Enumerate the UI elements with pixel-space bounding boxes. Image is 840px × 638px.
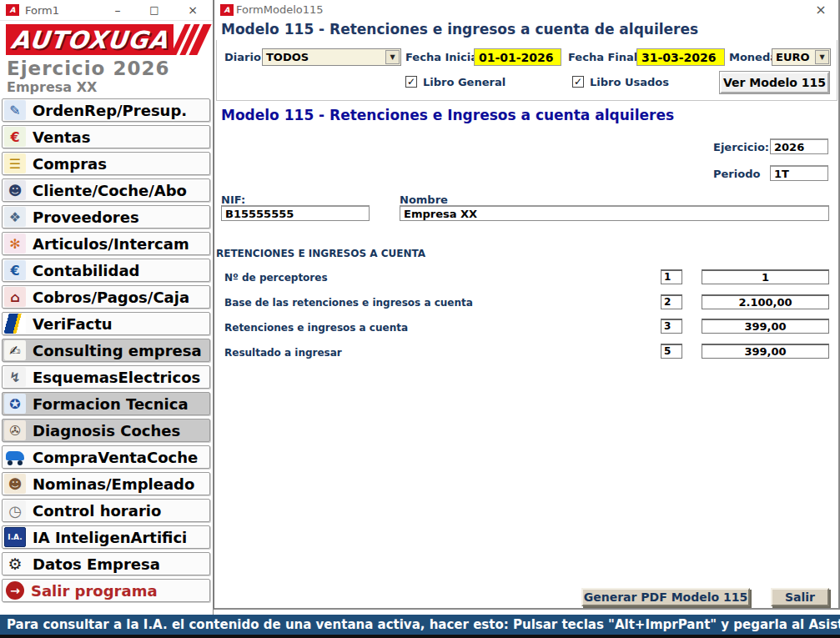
row-label-base: Base de las retenciones e ingresos a cue…: [224, 297, 473, 309]
nombre-field[interactable]: Empresa XX: [400, 205, 829, 221]
sidebar-item-verifactu[interactable]: VeriFactu: [2, 312, 210, 335]
sidebar-item-label: CompraVentaCoche: [33, 449, 198, 466]
left-titlebar: A Form1 – □ ×: [0, 0, 213, 21]
sidebar-item-label: Articulos/Intercam: [33, 235, 189, 253]
sidebar-item-control-horario[interactable]: ◷ Control horario: [2, 499, 210, 522]
chevron-down-icon[interactable]: ▼: [815, 50, 829, 64]
libro-general-checkbox[interactable]: ✓: [405, 76, 417, 88]
sidebar-item-ordenrep-presup[interactable]: ✎ OrdenRep/Presup.: [2, 98, 210, 122]
gear-icon: ⚙: [4, 554, 26, 574]
sidebar-item-compraventa-coches[interactable]: CompraVentaCoche: [2, 445, 210, 469]
fecha-inicial-field[interactable]: 01-01-2026: [474, 48, 561, 66]
salir-button[interactable]: Salir: [771, 588, 829, 606]
status-bar-text: Para consultar a la I.A. el contenido de…: [0, 617, 840, 632]
sidebar-item-label: Ventas: [33, 128, 90, 146]
moneda-dropdown[interactable]: EURO ▼: [772, 48, 831, 66]
close-button[interactable]: ×: [185, 3, 200, 18]
maximize-button[interactable]: □: [147, 3, 162, 18]
purchases-icon: ☰: [4, 153, 26, 173]
row-value-retenciones[interactable]: 399,00: [702, 319, 829, 334]
sidebar-item-label: Cliente/Coche/Abo: [33, 182, 187, 199]
autoxuga-logo: AUTOXUGA: [6, 24, 174, 55]
car-diagnosis-icon: ✇: [4, 420, 26, 440]
diario-dropdown[interactable]: TODOS ▼: [262, 48, 401, 66]
exit-icon: →: [6, 581, 24, 600]
sidebar-item-cobros-pagos-caja[interactable]: ⌂ Cobros/Pagos/Caja: [2, 285, 210, 309]
suppliers-truck-icon: ❖: [4, 207, 26, 227]
sidebar-item-label: Compras: [33, 155, 107, 173]
chevron-down-icon[interactable]: ▼: [385, 50, 400, 64]
ver-modelo-115-button[interactable]: Ver Modelo 115: [720, 72, 829, 93]
accounting-euro-icon: €: [4, 260, 26, 280]
sidebar-item-consulting-empresa[interactable]: ✍ Consulting empresa: [2, 339, 210, 362]
row-value-base[interactable]: 2.100,00: [702, 294, 829, 309]
row-label-retenciones: Retenciones e ingresos a cuenta: [224, 322, 408, 334]
sidebar-item-ia-inteligencia-artificial[interactable]: I.A. IA InteligenArtifici: [2, 525, 210, 549]
verifactu-logo-icon: [4, 314, 26, 334]
row-boxnum-perceptores: 1: [661, 269, 682, 284]
consulting-icon: ✍: [4, 340, 26, 360]
generar-pdf-modelo-115-button[interactable]: Generar PDF Modelo 115: [581, 588, 750, 606]
car-sale-icon: [4, 447, 26, 467]
close-icon[interactable]: ×: [813, 2, 828, 18]
right-titlebar: A FormModelo115 ×: [214, 0, 838, 18]
sidebar-item-label: IA InteligenArtifici: [33, 529, 187, 546]
diario-label: Diario: [224, 51, 261, 63]
sidebar-item-diagnosis-coches[interactable]: ✇ Diagnosis Coches: [2, 419, 210, 442]
app-screen: A Form1 – □ × AUTOXUGA Ejercicio 2026 Em…: [0, 0, 840, 638]
sidebar-item-label: EsquemasElectricos: [33, 369, 200, 386]
nif-label: NIF:: [221, 193, 245, 206]
row-boxnum-base: 2: [661, 294, 682, 309]
sidebar-item-label: Contabilidad: [33, 262, 139, 279]
sidebar-menu: ✎ OrdenRep/Presup. € Ventas ☰ Compras ☻ …: [2, 98, 210, 605]
fecha-inicial-label: Fecha Inicial: [405, 51, 481, 63]
payroll-employee-icon: ☻: [4, 474, 26, 494]
sidebar-item-proveedores[interactable]: ❖ Proveedores: [2, 205, 210, 229]
sidebar-item-articulos-intercambio[interactable]: ✻ Articulos/Intercam: [2, 232, 210, 255]
sidebar-item-label: VeriFactu: [33, 315, 113, 333]
fecha-final-label: Fecha Final: [568, 51, 637, 63]
row-value-resultado[interactable]: 399,00: [702, 344, 829, 359]
periodo-label: Periodo: [713, 168, 760, 180]
sidebar-item-label: Cobros/Pagos/Caja: [33, 289, 189, 306]
parts-icon: ✻: [4, 234, 26, 254]
diario-dropdown-value: TODOS: [266, 51, 309, 63]
sidebar-item-salir-programa[interactable]: → Salir programa: [2, 579, 210, 602]
nif-field[interactable]: B15555555: [221, 205, 370, 221]
sidebar-item-label: Diagnosis Coches: [33, 422, 180, 440]
app-logo-icon: A: [6, 4, 19, 16]
row-boxnum-retenciones: 3: [661, 319, 682, 334]
sidebar-item-ventas[interactable]: € Ventas: [2, 125, 210, 148]
fecha-final-field[interactable]: 31-03-2026: [636, 48, 725, 66]
electric-schematics-icon: ↯: [4, 367, 26, 387]
sidebar-item-label: Salir programa: [31, 582, 158, 600]
sidebar-item-esquemas-electricos[interactable]: ↯ EsquemasElectricos: [2, 365, 210, 389]
ai-badge-icon: I.A.: [4, 527, 26, 547]
page-title: Modelo 115 - Retenciones e ingresos a cu…: [221, 21, 698, 38]
bank-cash-icon: ⌂: [4, 287, 26, 307]
sidebar-item-datos-empresa[interactable]: ⚙ Datos Empresa: [2, 552, 210, 575]
empresa-name-label: Empresa XX: [7, 79, 97, 95]
row-value-perceptores[interactable]: 1: [702, 269, 829, 284]
sidebar-item-cliente-coche-abonos[interactable]: ☻ Cliente/Coche/Abo: [2, 178, 210, 202]
sidebar-item-compras[interactable]: ☰ Compras: [2, 152, 210, 175]
row-boxnum-resultado: 5: [661, 344, 682, 359]
sidebar-item-label: Control horario: [33, 502, 161, 520]
nombre-label: Nombre: [400, 193, 448, 206]
sidebar-item-label: Consulting empresa: [33, 342, 202, 359]
section-title: RETENCIONES E INGRESOS A CUENTA: [216, 248, 425, 259]
modelo115-window: A FormModelo115 × Modelo 115 - Retencion…: [214, 0, 840, 610]
minimize-button[interactable]: –: [110, 3, 125, 18]
moneda-dropdown-value: EURO: [776, 51, 810, 63]
sidebar-item-label: Datos Empresa: [33, 555, 160, 573]
libro-usados-checkbox[interactable]: ✓: [572, 76, 584, 88]
sidebar-item-contabilidad[interactable]: € Contabilidad: [2, 259, 210, 282]
clients-people-icon: ☻: [4, 180, 26, 200]
sidebar-item-formacion-tecnica[interactable]: ✪ Formacion Tecnica: [2, 392, 210, 415]
ejercicio-label: Ejercicio:: [713, 141, 769, 153]
ejercicio-field[interactable]: 2026: [770, 138, 828, 154]
periodo-field[interactable]: 1T: [770, 165, 828, 181]
clock-icon: ◷: [4, 500, 26, 520]
training-graduate-icon: ✪: [4, 394, 26, 414]
sidebar-item-nominas-empleados[interactable]: ☻ Nominas/Empleado: [2, 472, 210, 495]
